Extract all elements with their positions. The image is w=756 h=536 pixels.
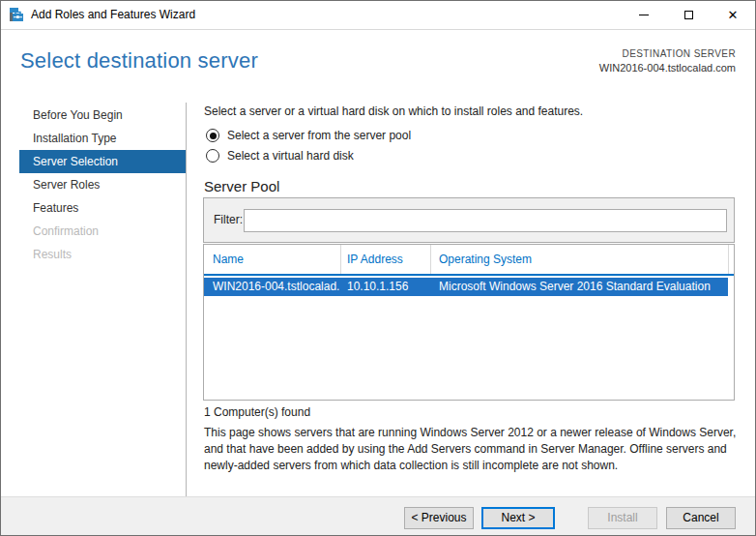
cancel-button[interactable]: Cancel [666, 507, 736, 529]
server-pool-table: Name IP Address Operating System WIN2016… [203, 244, 735, 401]
cell-server-name: WIN2016-004.tstlocalad.... [213, 278, 340, 296]
install-button: Install [588, 507, 657, 529]
page-header: Select destination server DESTINATION SE… [1, 31, 755, 103]
radio-server-pool-label: Select a server from the server pool [227, 129, 411, 142]
page-description: This page shows servers that are running… [204, 425, 743, 474]
filter-panel: Filter: [203, 197, 735, 243]
minimize-button[interactable] [622, 1, 666, 29]
radio-dot [210, 133, 217, 139]
nav-item-features[interactable]: Features [19, 196, 186, 220]
column-divider [430, 245, 431, 274]
cell-operating-system: Microsoft Windows Server 2016 Standard E… [439, 278, 725, 296]
filter-label: Filter: [214, 198, 243, 242]
next-button[interactable]: Next > [481, 507, 555, 529]
column-divider [728, 245, 729, 274]
wizard-footer: < Previous Next > Install Cancel [1, 496, 755, 535]
nav-item-server-selection[interactable]: Server Selection [19, 150, 186, 173]
maximize-icon [684, 11, 693, 19]
radio-server-pool[interactable] [206, 129, 219, 142]
radio-row-virtual-hard-disk[interactable]: Select a virtual hard disk [206, 149, 354, 163]
page-title: Select destination server [20, 48, 258, 74]
destination-server-block: DESTINATION SERVER WIN2016-004.tstlocala… [599, 48, 736, 74]
nav-item-before-you-begin[interactable]: Before You Begin [19, 104, 186, 127]
column-header-ip-address[interactable]: IP Address [347, 245, 403, 274]
destination-server-label: DESTINATION SERVER [599, 48, 736, 59]
computers-found-text: 1 Computer(s) found [204, 405, 310, 419]
column-header-name[interactable]: Name [213, 245, 244, 274]
wizard-window: Add Roles and Features Wizard ✕ Select d… [0, 0, 756, 536]
title-bar: Add Roles and Features Wizard ✕ [1, 1, 755, 30]
close-button[interactable]: ✕ [711, 1, 755, 29]
destination-server-name: WIN2016-004.tstlocalad.com [599, 62, 736, 74]
radio-row-server-pool[interactable]: Select a server from the server pool [206, 129, 411, 142]
nav-item-server-roles[interactable]: Server Roles [19, 173, 186, 196]
previous-button[interactable]: < Previous [404, 507, 474, 529]
wizard-steps-nav: Before You Begin Installation Type Serve… [19, 104, 186, 266]
wizard-toolbox-icon [9, 8, 24, 23]
intro-text: Select a server or a virtual hard disk o… [204, 104, 583, 118]
cell-ip-address: 10.10.1.156 [347, 278, 434, 296]
nav-item-confirmation: Confirmation [19, 220, 186, 243]
nav-content-divider [186, 103, 187, 497]
column-divider [340, 245, 341, 274]
nav-item-installation-type[interactable]: Installation Type [19, 127, 186, 150]
maximize-button[interactable] [666, 1, 711, 29]
radio-virtual-hard-disk[interactable] [206, 149, 219, 163]
column-header-operating-system[interactable]: Operating System [439, 245, 532, 274]
filter-input[interactable] [244, 209, 727, 232]
table-header-row: Name IP Address Operating System [204, 245, 734, 276]
table-header-underline [204, 274, 734, 276]
radio-virtual-hard-disk-label: Select a virtual hard disk [227, 149, 354, 163]
minimize-icon [639, 15, 649, 15]
server-pool-heading: Server Pool [204, 178, 279, 194]
window-title: Add Roles and Features Wizard [31, 1, 195, 29]
nav-item-results: Results [19, 243, 186, 266]
table-row-server[interactable]: WIN2016-004.tstlocalad.... 10.10.1.156 M… [204, 278, 728, 296]
